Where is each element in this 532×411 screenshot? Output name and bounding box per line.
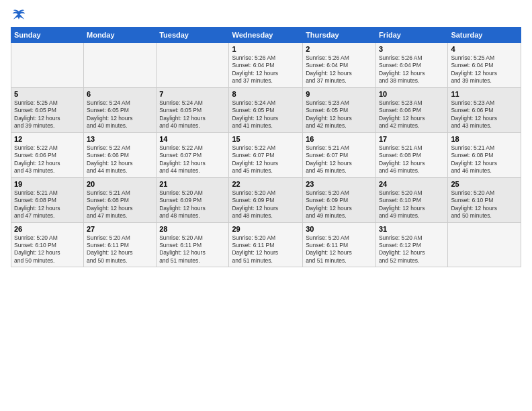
day-cell-14: 14Sunrise: 5:22 AM Sunset: 6:07 PM Dayli… bbox=[157, 132, 229, 177]
day-info: Sunrise: 5:20 AM Sunset: 6:11 PM Dayligh… bbox=[232, 234, 300, 265]
day-cell-31: 31Sunrise: 5:20 AM Sunset: 6:12 PM Dayli… bbox=[375, 222, 447, 267]
day-info: Sunrise: 5:22 AM Sunset: 6:06 PM Dayligh… bbox=[14, 144, 81, 175]
empty-cell bbox=[84, 43, 157, 88]
day-info: Sunrise: 5:23 AM Sunset: 6:05 PM Dayligh… bbox=[306, 99, 373, 130]
header bbox=[11, 8, 521, 21]
day-number: 22 bbox=[232, 180, 300, 188]
day-cell-1: 1Sunrise: 5:26 AM Sunset: 6:04 PM Daylig… bbox=[229, 43, 303, 88]
day-number: 7 bbox=[159, 90, 226, 98]
day-number: 13 bbox=[87, 135, 153, 143]
day-number: 19 bbox=[14, 180, 81, 188]
day-number: 12 bbox=[14, 135, 81, 143]
empty-cell bbox=[11, 43, 84, 88]
empty-cell bbox=[448, 222, 521, 267]
header-row: SundayMondayTuesdayWednesdayThursdayFrid… bbox=[11, 28, 521, 43]
day-number: 27 bbox=[87, 225, 153, 233]
day-number: 24 bbox=[379, 180, 445, 188]
day-info: Sunrise: 5:24 AM Sunset: 6:05 PM Dayligh… bbox=[159, 99, 226, 130]
col-header-tuesday: Tuesday bbox=[157, 28, 229, 43]
day-number: 26 bbox=[14, 225, 81, 233]
day-cell-25: 25Sunrise: 5:20 AM Sunset: 6:10 PM Dayli… bbox=[448, 177, 521, 222]
day-info: Sunrise: 5:21 AM Sunset: 6:08 PM Dayligh… bbox=[87, 189, 153, 220]
day-info: Sunrise: 5:21 AM Sunset: 6:07 PM Dayligh… bbox=[306, 144, 373, 175]
day-cell-24: 24Sunrise: 5:20 AM Sunset: 6:10 PM Dayli… bbox=[375, 177, 447, 222]
day-cell-11: 11Sunrise: 5:23 AM Sunset: 6:06 PM Dayli… bbox=[448, 87, 521, 132]
day-cell-21: 21Sunrise: 5:20 AM Sunset: 6:09 PM Dayli… bbox=[157, 177, 229, 222]
day-info: Sunrise: 5:23 AM Sunset: 6:06 PM Dayligh… bbox=[451, 99, 518, 130]
day-number: 6 bbox=[87, 90, 153, 98]
day-number: 15 bbox=[232, 135, 300, 143]
day-number: 16 bbox=[306, 135, 373, 143]
day-info: Sunrise: 5:20 AM Sunset: 6:12 PM Dayligh… bbox=[379, 234, 445, 265]
day-number: 2 bbox=[306, 45, 373, 53]
logo bbox=[11, 8, 26, 21]
day-info: Sunrise: 5:24 AM Sunset: 6:05 PM Dayligh… bbox=[232, 99, 300, 130]
day-number: 1 bbox=[232, 45, 300, 53]
day-cell-30: 30Sunrise: 5:20 AM Sunset: 6:11 PM Dayli… bbox=[303, 222, 376, 267]
day-info: Sunrise: 5:20 AM Sunset: 6:11 PM Dayligh… bbox=[87, 234, 153, 265]
day-number: 5 bbox=[14, 90, 81, 98]
day-cell-3: 3Sunrise: 5:26 AM Sunset: 6:04 PM Daylig… bbox=[375, 43, 447, 88]
logo-bird-icon bbox=[12, 8, 26, 21]
day-info: Sunrise: 5:25 AM Sunset: 6:04 PM Dayligh… bbox=[451, 54, 518, 85]
week-row-4: 19Sunrise: 5:21 AM Sunset: 6:08 PM Dayli… bbox=[11, 177, 521, 222]
day-info: Sunrise: 5:26 AM Sunset: 6:04 PM Dayligh… bbox=[379, 54, 445, 85]
col-header-saturday: Saturday bbox=[448, 28, 521, 43]
day-info: Sunrise: 5:21 AM Sunset: 6:08 PM Dayligh… bbox=[14, 189, 81, 220]
day-info: Sunrise: 5:21 AM Sunset: 6:08 PM Dayligh… bbox=[451, 144, 518, 175]
day-cell-2: 2Sunrise: 5:26 AM Sunset: 6:04 PM Daylig… bbox=[303, 43, 376, 88]
day-number: 18 bbox=[451, 135, 518, 143]
day-cell-15: 15Sunrise: 5:22 AM Sunset: 6:07 PM Dayli… bbox=[229, 132, 303, 177]
day-number: 14 bbox=[159, 135, 226, 143]
day-cell-28: 28Sunrise: 5:20 AM Sunset: 6:11 PM Dayli… bbox=[157, 222, 229, 267]
day-info: Sunrise: 5:22 AM Sunset: 6:06 PM Dayligh… bbox=[87, 144, 153, 175]
day-number: 3 bbox=[379, 45, 445, 53]
day-number: 21 bbox=[159, 180, 226, 188]
col-header-monday: Monday bbox=[84, 28, 157, 43]
day-cell-26: 26Sunrise: 5:20 AM Sunset: 6:10 PM Dayli… bbox=[11, 222, 84, 267]
week-row-3: 12Sunrise: 5:22 AM Sunset: 6:06 PM Dayli… bbox=[11, 132, 521, 177]
day-cell-19: 19Sunrise: 5:21 AM Sunset: 6:08 PM Dayli… bbox=[11, 177, 84, 222]
day-cell-17: 17Sunrise: 5:21 AM Sunset: 6:08 PM Dayli… bbox=[375, 132, 447, 177]
day-info: Sunrise: 5:24 AM Sunset: 6:05 PM Dayligh… bbox=[87, 99, 153, 130]
col-header-wednesday: Wednesday bbox=[229, 28, 303, 43]
calendar-table: SundayMondayTuesdayWednesdayThursdayFrid… bbox=[11, 27, 521, 267]
day-number: 29 bbox=[232, 225, 300, 233]
week-row-1: 1Sunrise: 5:26 AM Sunset: 6:04 PM Daylig… bbox=[11, 43, 521, 88]
day-cell-6: 6Sunrise: 5:24 AM Sunset: 6:05 PM Daylig… bbox=[84, 87, 157, 132]
day-number: 11 bbox=[451, 90, 518, 98]
day-info: Sunrise: 5:25 AM Sunset: 6:05 PM Dayligh… bbox=[14, 99, 81, 130]
day-cell-18: 18Sunrise: 5:21 AM Sunset: 6:08 PM Dayli… bbox=[448, 132, 521, 177]
day-cell-12: 12Sunrise: 5:22 AM Sunset: 6:06 PM Dayli… bbox=[11, 132, 84, 177]
day-cell-10: 10Sunrise: 5:23 AM Sunset: 6:06 PM Dayli… bbox=[375, 87, 447, 132]
day-info: Sunrise: 5:20 AM Sunset: 6:09 PM Dayligh… bbox=[232, 189, 300, 220]
day-cell-16: 16Sunrise: 5:21 AM Sunset: 6:07 PM Dayli… bbox=[303, 132, 376, 177]
day-number: 8 bbox=[232, 90, 300, 98]
day-number: 28 bbox=[159, 225, 226, 233]
day-info: Sunrise: 5:20 AM Sunset: 6:09 PM Dayligh… bbox=[306, 189, 373, 220]
day-number: 10 bbox=[379, 90, 445, 98]
day-info: Sunrise: 5:22 AM Sunset: 6:07 PM Dayligh… bbox=[232, 144, 300, 175]
day-info: Sunrise: 5:26 AM Sunset: 6:04 PM Dayligh… bbox=[306, 54, 373, 85]
day-cell-9: 9Sunrise: 5:23 AM Sunset: 6:05 PM Daylig… bbox=[303, 87, 376, 132]
day-number: 9 bbox=[306, 90, 373, 98]
day-number: 20 bbox=[87, 180, 153, 188]
page: SundayMondayTuesdayWednesdayThursdayFrid… bbox=[0, 0, 532, 411]
day-info: Sunrise: 5:20 AM Sunset: 6:11 PM Dayligh… bbox=[159, 234, 226, 265]
day-cell-27: 27Sunrise: 5:20 AM Sunset: 6:11 PM Dayli… bbox=[84, 222, 157, 267]
day-number: 17 bbox=[379, 135, 445, 143]
day-number: 4 bbox=[451, 45, 518, 53]
day-cell-29: 29Sunrise: 5:20 AM Sunset: 6:11 PM Dayli… bbox=[229, 222, 303, 267]
day-cell-5: 5Sunrise: 5:25 AM Sunset: 6:05 PM Daylig… bbox=[11, 87, 84, 132]
week-row-2: 5Sunrise: 5:25 AM Sunset: 6:05 PM Daylig… bbox=[11, 87, 521, 132]
col-header-thursday: Thursday bbox=[303, 28, 376, 43]
day-info: Sunrise: 5:20 AM Sunset: 6:11 PM Dayligh… bbox=[306, 234, 373, 265]
day-number: 25 bbox=[451, 180, 518, 188]
day-info: Sunrise: 5:21 AM Sunset: 6:08 PM Dayligh… bbox=[379, 144, 445, 175]
day-info: Sunrise: 5:22 AM Sunset: 6:07 PM Dayligh… bbox=[159, 144, 226, 175]
day-cell-7: 7Sunrise: 5:24 AM Sunset: 6:05 PM Daylig… bbox=[157, 87, 229, 132]
day-info: Sunrise: 5:23 AM Sunset: 6:06 PM Dayligh… bbox=[379, 99, 445, 130]
day-cell-8: 8Sunrise: 5:24 AM Sunset: 6:05 PM Daylig… bbox=[229, 87, 303, 132]
day-number: 31 bbox=[379, 225, 445, 233]
day-cell-22: 22Sunrise: 5:20 AM Sunset: 6:09 PM Dayli… bbox=[229, 177, 303, 222]
